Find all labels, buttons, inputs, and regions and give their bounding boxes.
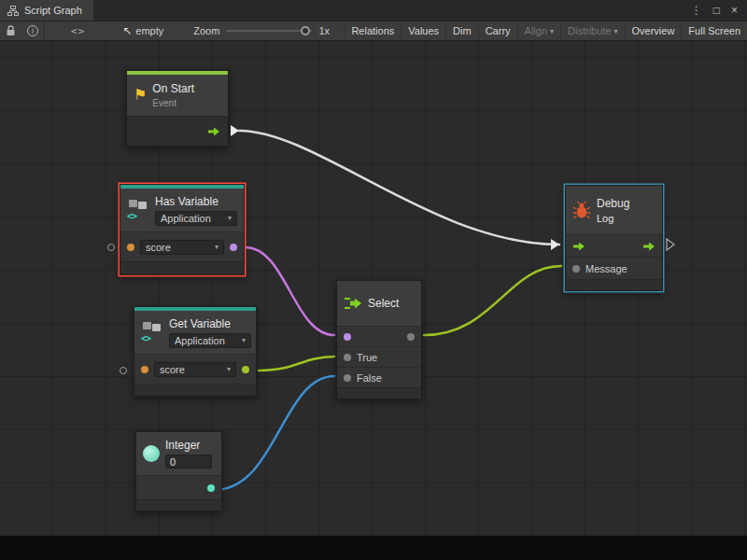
selection-output-port[interactable]	[407, 333, 415, 341]
fullscreen-button[interactable]: Full Screen	[681, 21, 747, 40]
has-variable-name-row: score ▾	[120, 231, 244, 261]
integer-footer	[136, 499, 221, 511]
dim-button[interactable]: Dim	[445, 21, 478, 40]
zoom-label: Zoom	[193, 25, 219, 36]
message-label: Message	[585, 263, 627, 274]
close-icon[interactable]: ×	[731, 4, 738, 17]
flow-in-port-icon[interactable]	[572, 241, 585, 252]
get-variable-header: <> Get Variable Application ▾	[134, 311, 256, 354]
tab-title: Script Graph	[24, 5, 82, 16]
info-icon[interactable]: i	[21, 21, 44, 40]
variable-name-dropdown[interactable]: score ▾	[154, 362, 236, 377]
has-variable-header: <> Has Variable Application ▾	[120, 189, 244, 231]
true-input-port[interactable]	[344, 354, 351, 361]
integer-port-row	[136, 475, 221, 499]
kind-value: Application	[161, 213, 211, 224]
restore-icon[interactable]: □	[713, 4, 720, 17]
menu-icon[interactable]: ⋮	[691, 4, 702, 17]
align-button[interactable]: Align▾	[517, 21, 560, 40]
value-output-port[interactable]	[242, 366, 249, 373]
debug-message-row: Message	[566, 257, 662, 279]
window-controls: ⋮ □ ×	[691, 0, 747, 21]
node-has-variable[interactable]: <> Has Variable Application ▾ score ▾	[120, 184, 245, 275]
variable-icon: <>	[127, 200, 149, 220]
select-false-row: False	[337, 367, 421, 387]
name-input-port[interactable]	[127, 244, 134, 251]
variable-kind-dropdown[interactable]: Application ▾	[155, 211, 237, 226]
integer-icon	[143, 445, 160, 462]
code-preview-icon[interactable]: <>	[65, 21, 91, 40]
select-true-row: True	[337, 346, 421, 367]
toolbar-buttons: Relations Values Dim Carry Align▾ Distri…	[344, 21, 747, 40]
on-start-port-row	[127, 116, 228, 146]
node-title: Debug	[597, 197, 629, 210]
zoom-slider-handle[interactable]	[301, 26, 310, 35]
integer-output-port[interactable]	[207, 484, 215, 492]
debug-flow-continue-triangle[interactable]	[666, 238, 675, 251]
node-get-variable[interactable]: <> Get Variable Application ▾ score ▾	[134, 306, 257, 397]
has-variable-object-port[interactable]	[107, 244, 115, 251]
distribute-button[interactable]: Distribute▾	[560, 21, 624, 40]
chevron-down-icon: ▾	[550, 27, 554, 35]
on-start-header: ⚑ On Start Event	[127, 75, 228, 116]
selection-status: ↖ empty	[117, 21, 169, 40]
node-title: Get Variable	[169, 317, 251, 330]
has-variable-footer	[120, 261, 244, 274]
node-select[interactable]: Select True False	[336, 280, 422, 399]
false-input-port[interactable]	[344, 374, 351, 382]
chevron-down-icon: ▾	[227, 365, 231, 373]
node-debug-log[interactable]: Debug Log Message	[565, 185, 663, 291]
cursor-icon: ↖	[122, 24, 132, 37]
overview-button[interactable]: Overview	[625, 21, 682, 40]
variable-kind-dropdown[interactable]: Application ▾	[169, 333, 251, 348]
condition-input-port[interactable]	[344, 333, 351, 341]
result-output-port[interactable]	[230, 244, 237, 251]
node-on-start[interactable]: ⚑ On Start Event	[126, 70, 229, 147]
lock-icon[interactable]	[0, 21, 21, 40]
get-variable-name-row: score ▾	[134, 354, 256, 384]
wire-onstart-to-debug[interactable]	[239, 131, 559, 245]
relations-button[interactable]: Relations	[344, 21, 401, 40]
debug-log-header: Debug Log	[566, 186, 662, 234]
node-integer[interactable]: Integer	[135, 431, 222, 511]
graph-toolbar: i <> ↖ empty Zoom 1x Relations Values Di…	[0, 21, 747, 41]
integer-header: Integer	[136, 432, 221, 475]
wire-hasvariable-to-select[interactable]	[246, 247, 334, 335]
values-button[interactable]: Values	[401, 21, 445, 40]
message-input-port[interactable]	[572, 265, 580, 273]
node-title: Has Variable	[155, 195, 237, 208]
node-subtitle: Event	[152, 98, 194, 108]
flow-out-port-icon[interactable]	[207, 126, 220, 137]
zoom-slider[interactable]	[226, 30, 312, 32]
node-title: On Start	[152, 82, 194, 95]
on-start-flow-triangle[interactable]	[231, 125, 239, 136]
name-input-port[interactable]	[141, 366, 148, 373]
graph-icon	[7, 6, 19, 16]
select-footer	[337, 387, 421, 399]
wire-select-to-debug[interactable]	[424, 266, 561, 335]
variable-name-value: score	[160, 364, 185, 375]
chevron-down-icon: ▾	[228, 214, 232, 222]
tab-script-graph[interactable]: Script Graph	[0, 0, 93, 21]
debug-in-arrowhead	[551, 239, 559, 250]
debug-log-footer	[566, 279, 662, 290]
graph-canvas[interactable]: ⚑ On Start Event <>	[0, 41, 747, 560]
variable-name-dropdown[interactable]: score ▾	[140, 240, 224, 255]
title-bar: Script Graph ⋮ □ ×	[0, 0, 747, 21]
selection-label: empty	[135, 25, 163, 36]
script-graph-window: Script Graph ⋮ □ × i <> ↖ empty Zoom	[0, 0, 747, 560]
chevron-down-icon: ▾	[614, 27, 618, 35]
select-port-row	[337, 326, 421, 346]
get-variable-object-port[interactable]	[120, 367, 127, 374]
integer-value-input[interactable]	[165, 455, 212, 469]
node-title: Integer	[165, 439, 212, 452]
flow-out-port-icon[interactable]	[642, 241, 655, 252]
true-label: True	[357, 352, 377, 363]
zoom-scale: 1x	[318, 25, 330, 36]
get-variable-footer	[134, 384, 256, 396]
variable-name-value: score	[146, 242, 171, 253]
carry-button[interactable]: Carry	[478, 21, 517, 40]
wire-getvariable-to-select[interactable]	[259, 357, 334, 371]
node-title: Select	[368, 297, 399, 310]
zoom-control: Zoom 1x	[193, 21, 330, 40]
